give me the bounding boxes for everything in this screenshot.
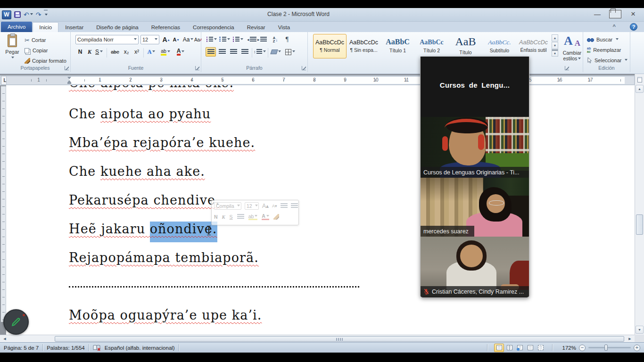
scroll-up-button[interactable]: ▲ xyxy=(636,85,644,93)
format-painter-button[interactable]: Copiar formato xyxy=(25,56,66,66)
cut-button[interactable]: ✂Cortar xyxy=(25,35,46,45)
outline-view-button[interactable] xyxy=(525,344,535,352)
shrink-font-button[interactable]: A▾ xyxy=(172,35,180,44)
collapse-ribbon-icon[interactable]: ^ xyxy=(613,24,616,29)
document-page[interactable]: Che aipota pe mita oke.Che aipota ao pya… xyxy=(6,85,635,335)
tab-insertar[interactable]: Insertar xyxy=(59,22,90,32)
font-name-combo[interactable]: Compilada Norr xyxy=(75,35,139,44)
style--sin-espa-[interactable]: AaBbCcDc¶ Sin espa... xyxy=(347,34,380,58)
underline-button[interactable]: S xyxy=(95,47,103,57)
mini-italic-button[interactable]: K xyxy=(222,214,225,220)
scroll-right-button[interactable]: ▶ xyxy=(626,336,634,342)
mini-outdent-icon[interactable] xyxy=(281,203,288,209)
superscript-button[interactable]: x² xyxy=(132,47,141,57)
change-case-button[interactable]: Aa xyxy=(182,35,194,44)
left-indent-marker[interactable] xyxy=(67,82,71,84)
web-layout-view-button[interactable] xyxy=(515,344,525,352)
help-icon[interactable]: ? xyxy=(630,23,637,31)
shading-button[interactable] xyxy=(270,47,282,57)
mini-grow-font-button[interactable]: A▴ xyxy=(262,203,269,209)
video-tile-1[interactable]: Cursos de Lenguas Originarias - Ti... xyxy=(421,117,529,178)
show-paragraph-marks-button[interactable]: ¶ xyxy=(283,35,291,44)
print-layout-view-button[interactable] xyxy=(494,344,504,352)
view-ruler-toggle[interactable] xyxy=(636,75,644,84)
first-line-indent-marker[interactable] xyxy=(67,77,71,79)
zoom-in-button[interactable]: + xyxy=(634,345,640,351)
change-styles-button[interactable]: Cambiar estilos xyxy=(561,34,583,71)
zoom-slider-thumb[interactable] xyxy=(604,345,608,351)
restore-button[interactable] xyxy=(609,10,621,18)
mini-bold-button[interactable]: N xyxy=(214,214,218,220)
grow-font-button[interactable]: A▴ xyxy=(161,35,171,44)
borders-button[interactable] xyxy=(284,47,296,57)
scroll-left-button[interactable]: ◀ xyxy=(1,336,8,342)
highlight-color-button[interactable]: ab xyxy=(158,47,173,57)
italic-button[interactable]: K xyxy=(86,47,93,57)
text-effects-button[interactable]: A xyxy=(145,47,157,57)
numbering-button[interactable] xyxy=(219,35,230,44)
sort-button[interactable]: AZ↓ xyxy=(270,35,281,44)
tab-vista[interactable]: Vista xyxy=(272,22,296,32)
tab-archivo[interactable]: Archivo xyxy=(1,22,32,32)
mini-center-icon[interactable] xyxy=(237,214,244,220)
video-tile-3[interactable]: Cristian Cáceres, Cindy Ramirez ... xyxy=(421,237,529,297)
tab-diseno-de-pagina[interactable]: Diseño de página xyxy=(90,22,145,32)
dialog-launcher-icon[interactable] xyxy=(302,66,306,70)
style-subtitulo[interactable]: AaBbCc.Subtítulo xyxy=(483,34,516,58)
close-button[interactable]: × xyxy=(627,10,639,18)
language-status[interactable]: Español (alfab. internacional) xyxy=(105,345,175,351)
line-spacing-button[interactable]: ↕ xyxy=(254,47,266,57)
spell-check-icon[interactable] xyxy=(93,345,101,351)
minimize-button[interactable]: — xyxy=(591,10,603,18)
find-button[interactable]: Buscar xyxy=(587,35,619,44)
mini-indent-icon[interactable] xyxy=(291,203,298,209)
dialog-launcher-icon[interactable] xyxy=(195,66,199,70)
clear-formatting-button[interactable]: Aa xyxy=(194,35,201,44)
select-button[interactable]: Seleccionar xyxy=(587,56,627,65)
scroll-down-button[interactable]: ▼ xyxy=(636,326,644,334)
replace-button[interactable]: abacReemplazar xyxy=(587,45,621,55)
video-call-overlay[interactable]: Cursos de Lengu... Cursos de Lenguas Ori… xyxy=(420,57,529,298)
draft-view-button[interactable] xyxy=(536,344,545,352)
align-center-button[interactable] xyxy=(217,47,227,57)
annotation-pencil-button[interactable] xyxy=(3,309,29,335)
subscript-button[interactable]: x₂ xyxy=(122,47,131,57)
style--normal[interactable]: AaBbCcDc¶ Normal xyxy=(313,34,347,58)
mini-format-painter-icon[interactable] xyxy=(273,214,279,220)
font-size-combo[interactable]: 12 xyxy=(140,35,159,44)
tab-correspondencia[interactable]: Correspondencia xyxy=(187,22,240,32)
bold-button[interactable]: N xyxy=(76,47,84,57)
video-tile-2[interactable]: mercedes suarez xyxy=(421,178,529,237)
mini-font-name-combo[interactable]: Compila xyxy=(214,202,241,210)
vertical-scrollbar[interactable]: ▲ ▼ xyxy=(635,74,644,335)
mini-font-color-button[interactable]: A xyxy=(262,214,269,220)
strikethrough-button[interactable]: abe xyxy=(109,47,121,57)
dialog-launcher-icon[interactable] xyxy=(65,66,69,70)
mini-shrink-font-button[interactable]: A▾ xyxy=(272,204,277,208)
style-enfasis-sutil[interactable]: AaBbCcDcÉnfasis sutil xyxy=(517,34,550,58)
horizontal-scrollbar[interactable]: ◀ ▶ xyxy=(0,335,635,342)
dialog-launcher-icon[interactable] xyxy=(565,66,569,70)
horizontal-scroll-thumb[interactable] xyxy=(55,336,624,342)
gallery-more-icon[interactable]: ▼ xyxy=(552,49,558,57)
multilevel-list-button[interactable] xyxy=(232,35,243,44)
zoom-level[interactable]: 172% xyxy=(559,345,576,351)
font-color-button[interactable]: A xyxy=(173,47,188,57)
style-titulo-2[interactable]: AaBbCcTítulo 2 xyxy=(415,34,448,58)
gallery-scroll-up-icon[interactable]: ▲ xyxy=(552,34,558,41)
align-right-button[interactable] xyxy=(228,47,239,57)
mini-underline-button[interactable]: S xyxy=(230,214,233,220)
tab-referencias[interactable]: Referencias xyxy=(145,22,186,32)
word-count-status[interactable]: Palabras: 1/554 xyxy=(47,345,85,351)
mini-font-size-combo[interactable]: 12 xyxy=(245,202,259,210)
gallery-scroll-down-icon[interactable]: ▼ xyxy=(552,42,558,49)
tab-inicio[interactable]: Inicio xyxy=(33,22,58,32)
decrease-indent-button[interactable]: ◂ xyxy=(247,35,256,44)
zoom-out-button[interactable]: − xyxy=(579,345,586,351)
mini-highlight-button[interactable]: ab xyxy=(248,214,258,220)
copy-button[interactable]: Copiar xyxy=(25,46,48,55)
bullets-button[interactable] xyxy=(206,35,217,44)
align-left-button[interactable] xyxy=(206,47,216,57)
page-count-status[interactable]: Página: 5 de 7 xyxy=(4,345,39,351)
style-titulo-1[interactable]: AaBbCTítulo 1 xyxy=(381,34,414,58)
